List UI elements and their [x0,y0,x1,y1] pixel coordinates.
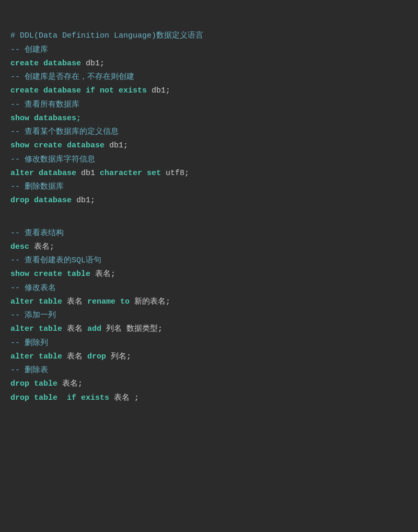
code-line: drop table if exists 表名 ; [10,391,408,405]
code-line: drop database db1; [10,194,408,207]
keyword-token: drop table [10,379,62,388]
code-line: desc 表名; [10,240,408,254]
code-line: alter table 表名 rename to 新的表名; [10,295,408,309]
comment-line: -- 查看所有数据库 [10,98,408,112]
comment-text: -- 创建库是否存在，不存在则创建 [10,73,134,82]
comment-text: -- 查看某个数据库的定义信息 [10,128,119,136]
identifier-token: db1; [86,59,104,68]
keyword-token: alter table [10,325,67,333]
comment-text: -- 修改表名 [10,284,56,293]
comment-text: -- 删除列 [10,339,48,348]
code-line: create database db1; [10,57,408,71]
code-line: alter table 表名 add 列名 数据类型; [10,322,408,336]
identifier-token: 表名; [34,242,54,251]
identifier-token: db1; [109,141,128,150]
keyword-token: drop [87,352,111,361]
comment-text: -- 查看表结构 [10,229,64,238]
keyword-token: desc [10,242,34,251]
comment-line: -- 删除列 [10,337,408,350]
comment-line: -- 删除数据库 [10,180,408,194]
identifier-token: utf8; [166,169,189,178]
keyword-token: add [87,325,106,333]
identifier-token: 表名 [67,297,87,306]
identifier-token: 表名 ; [114,394,139,402]
spacer-line [10,217,408,227]
comment-line: -- 删除表 [10,364,408,377]
keyword-token: show databases; [10,114,81,123]
comment-text: -- 查看所有数据库 [10,100,79,109]
keyword-token: rename to [87,297,134,306]
keyword-token: show create table [10,270,95,279]
keyword-token: create database [10,59,86,68]
keyword-token: character set [100,169,166,178]
identifier-token: 表名; [95,270,115,279]
keyword-token: show create database [10,141,109,150]
spacer-line [10,208,408,217]
identifier-token: 表名; [62,379,83,388]
keyword-token: drop database [10,196,76,205]
identifier-token: 新的表名; [134,297,170,306]
comment-text: -- 修改数据库字符信息 [10,155,95,164]
comment-line: -- 创建库 [10,43,408,57]
identifier-token: db1; [152,86,170,95]
code-line: alter table 表名 drop 列名; [10,350,408,364]
keyword-token: create database if not exists [10,86,152,95]
comment-line: -- 修改表名 [10,282,408,295]
code-line: alter database db1 character set utf8; [10,167,408,180]
keyword-token: alter database [10,169,81,178]
code-editor: # DDL(Data Definition Language)数据定义语言-- … [10,16,408,405]
comment-line: -- 查看表结构 [10,227,408,240]
keyword-token: alter table [10,352,67,361]
comment-text: -- 删除数据库 [10,182,64,191]
comment-text: -- 添加一列 [10,311,56,320]
code-line: show databases; [10,112,408,125]
comment-line: # DDL(Data Definition Language)数据定义语言 [10,29,408,43]
comment-line: -- 查看创建表的SQL语句 [10,254,408,268]
comment-text: # DDL(Data Definition Language)数据定义语言 [10,31,203,40]
comment-text: -- 创建库 [10,45,48,54]
keyword-token: alter table [10,297,67,306]
comment-line: -- 查看某个数据库的定义信息 [10,125,408,139]
comment-text: -- 删除表 [10,366,48,375]
identifier-token: 列名; [111,352,131,361]
code-line: drop table 表名; [10,377,408,391]
identifier-token: db1 [81,169,100,178]
comment-line: -- 添加一列 [10,309,408,322]
code-line: create database if not exists db1; [10,84,408,98]
code-line: show create table 表名; [10,268,408,281]
code-line: show create database db1; [10,139,408,153]
keyword-token: drop table if exists [10,394,114,402]
identifier-token: 列名 数据类型; [106,325,162,333]
identifier-token: 表名 [67,325,87,333]
identifier-token: db1; [76,196,95,205]
comment-line: -- 修改数据库字符信息 [10,153,408,167]
comment-line: -- 创建库是否存在，不存在则创建 [10,71,408,84]
identifier-token: 表名 [67,352,87,361]
comment-text: -- 查看创建表的SQL语句 [10,256,101,265]
